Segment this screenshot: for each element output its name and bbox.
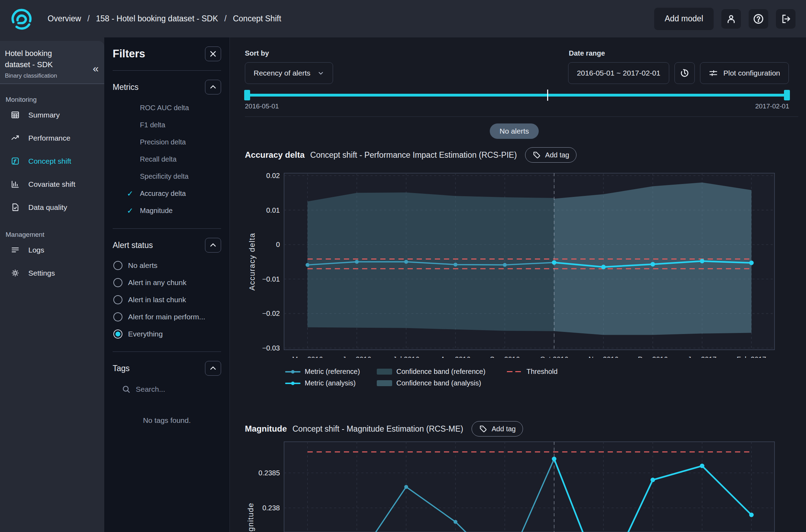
- alert-status-option-everything[interactable]: Everything: [113, 325, 221, 342]
- plot-configuration-button[interactable]: Plot configuration: [700, 62, 789, 84]
- sidebar-item-label: Concept shift: [28, 157, 71, 165]
- sidebar-item-settings[interactable]: Settings: [0, 262, 104, 285]
- metric-filter-label: Precision delta: [140, 138, 186, 146]
- alert-status-section-title: Alert status: [113, 241, 153, 250]
- date-slider-left-handle[interactable]: [244, 90, 250, 100]
- chevron-up-icon: [209, 241, 217, 249]
- main-content: Sort by Recency of alerts Date range 201…: [230, 37, 806, 532]
- legend-item-band-reference[interactable]: Confidence band (reference): [377, 368, 507, 376]
- alert-status-option-alert-in-any-chunk[interactable]: Alert in any chunk: [113, 274, 221, 291]
- date-slider-right-handle[interactable]: [784, 90, 790, 100]
- metric-filter-specificity-delta[interactable]: Specificity delta: [113, 168, 221, 185]
- metric-filter-recall-delta[interactable]: Recall delta: [113, 151, 221, 168]
- sidebar-item-label: Settings: [28, 269, 55, 277]
- metric-filter-accuracy-delta[interactable]: ✓Accuracy delta: [113, 185, 221, 202]
- svg-text:Accuracy delta: Accuracy delta: [248, 233, 256, 290]
- gear-icon: [10, 268, 20, 278]
- no-tags-message: No tags found.: [113, 416, 221, 425]
- svg-text:Feb 2017: Feb 2017: [737, 355, 766, 358]
- help-button[interactable]: [749, 9, 768, 29]
- legend-item-line-analysis[interactable]: Metric (analysis): [285, 379, 377, 387]
- metric-filter-label: Accuracy delta: [140, 190, 186, 198]
- add-tag-label: Add tag: [545, 151, 569, 159]
- sidebar-item-concept-shift[interactable]: Concept shift: [0, 150, 104, 173]
- svg-text:0.02: 0.02: [266, 172, 280, 179]
- metric-filter-roc-auc-delta[interactable]: ROC AUC delta: [113, 99, 221, 116]
- tags-search-input[interactable]: [136, 385, 206, 393]
- metrics-section-title: Metrics: [113, 83, 139, 92]
- date-slider[interactable]: [245, 89, 789, 103]
- metric-filter-label: ROC AUC delta: [140, 104, 189, 112]
- sidebar-collapse-button[interactable]: «: [93, 63, 99, 74]
- barchart-icon: [10, 179, 20, 189]
- search-icon: [122, 385, 131, 394]
- chart2-add-tag-button[interactable]: Add tag: [472, 421, 523, 437]
- alert-status-option-alert-in-last-chunk[interactable]: Alert in last chunk: [113, 291, 221, 308]
- svg-text:Oct 2016: Oct 2016: [540, 355, 568, 358]
- legend-item-line-reference[interactable]: Metric (reference): [285, 368, 377, 376]
- alert-status-option-no-alerts[interactable]: No alerts: [113, 257, 221, 274]
- svg-text:−0.02: −0.02: [262, 310, 280, 317]
- alert-status-option-alert-for-main-perform-[interactable]: Alert for main perform...: [113, 308, 221, 325]
- metric-filter-precision-delta[interactable]: Precision delta: [113, 134, 221, 151]
- alert-status-collapse-button[interactable]: [205, 238, 221, 253]
- breadcrumb-item[interactable]: 158 - Hotel booking dataset - SDK: [96, 14, 218, 23]
- metric-filter-label: Recall delta: [140, 155, 177, 163]
- sidebar-item-data-quality[interactable]: Data quality: [0, 196, 104, 219]
- date-range-input[interactable]: 2016-05-01 ~ 2017-02-01: [568, 62, 669, 84]
- radio-icon: [113, 261, 122, 270]
- check-icon: ✓: [125, 206, 135, 215]
- chart-legend: Metric (reference)Confidence band (refer…: [285, 368, 558, 387]
- radio-icon: [113, 329, 122, 339]
- filters-close-button[interactable]: [205, 47, 221, 61]
- date-range-label: Date range: [569, 49, 789, 57]
- accuracy-delta-chart[interactable]: 0.020.010−0.01−0.02−0.03May 2016Jun 2016…: [241, 167, 783, 358]
- svg-text:Jan 2017: Jan 2017: [688, 355, 716, 358]
- svg-text:Sep 2016: Sep 2016: [490, 355, 520, 358]
- model-card: Hotel booking dataset - SDK « Binary cla…: [0, 41, 104, 84]
- metric-filter-magnitude[interactable]: ✓Magnitude: [113, 202, 221, 219]
- breadcrumb: Overview/158 - Hotel booking dataset - S…: [48, 14, 281, 23]
- history-clock-icon: [680, 68, 690, 78]
- svg-text:0: 0: [276, 241, 280, 248]
- sort-by-value: Recency of alerts: [254, 69, 310, 77]
- metric-filter-f1-delta[interactable]: F1 delta: [113, 116, 221, 134]
- alert-status-label: Alert for main perform...: [128, 313, 205, 321]
- tags-collapse-button[interactable]: [205, 361, 221, 376]
- sidebar-item-label: Performance: [28, 134, 70, 142]
- svg-text:Magnitude: Magnitude: [246, 503, 255, 532]
- svg-text:−0.03: −0.03: [262, 344, 280, 352]
- lines-icon: [10, 245, 20, 255]
- breadcrumb-item[interactable]: Concept Shift: [233, 14, 281, 23]
- user-button[interactable]: [721, 9, 741, 29]
- legend-label: Metric (analysis): [305, 379, 356, 387]
- filters-title: Filters: [113, 48, 145, 60]
- chart1-add-tag-button[interactable]: Add tag: [525, 147, 577, 163]
- logout-icon: [780, 14, 791, 24]
- divider: [245, 116, 798, 117]
- sidebar-item-logs[interactable]: Logs: [0, 239, 104, 262]
- magnitude-chart[interactable]: 0.23850.238Magnitude: [241, 440, 783, 532]
- date-range-reset-button[interactable]: [674, 62, 695, 84]
- metric-filter-label: F1 delta: [140, 121, 165, 129]
- svg-text:May 2016: May 2016: [292, 355, 323, 358]
- sidebar-item-performance[interactable]: Performance: [0, 127, 104, 150]
- slider-end-date: 2017-02-01: [755, 102, 789, 110]
- breadcrumb-item[interactable]: Overview: [48, 14, 81, 23]
- doc-check-icon: [10, 203, 20, 212]
- alert-status-label: No alerts: [128, 261, 157, 270]
- tag-icon: [479, 425, 487, 433]
- user-icon: [726, 14, 736, 24]
- svg-text:0.238: 0.238: [262, 504, 280, 512]
- sidebar-item-summary[interactable]: Summary: [0, 104, 104, 127]
- legend-item-band-analysis[interactable]: Confidence band (analysis): [377, 379, 507, 387]
- chart2-title: Concept shift - Magnitude Estimation (RC…: [292, 424, 463, 434]
- add-model-button[interactable]: Add model: [654, 8, 714, 30]
- date-slider-track[interactable]: [245, 94, 789, 97]
- legend-item-threshold[interactable]: Threshold: [507, 368, 558, 376]
- reference-split-marker: [547, 90, 548, 101]
- sidebar-item-covariate-shift[interactable]: Covariate shift: [0, 173, 104, 196]
- logout-button[interactable]: [776, 9, 796, 29]
- metrics-collapse-button[interactable]: [205, 80, 221, 94]
- sort-by-dropdown[interactable]: Recency of alerts: [245, 62, 333, 84]
